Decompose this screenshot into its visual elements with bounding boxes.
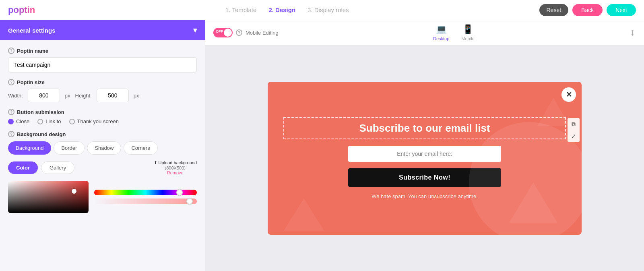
tab-shadow[interactable]: Shadow <box>87 141 121 155</box>
next-button[interactable]: Next <box>607 4 636 16</box>
toggle-knob <box>224 29 232 37</box>
mobile-editing-toggle[interactable]: OFF <box>213 28 233 37</box>
color-button[interactable]: Color <box>8 161 38 174</box>
mobile-editing-area: OFF ? Mobile Editing <box>213 28 279 37</box>
hue-handle[interactable] <box>176 189 183 196</box>
step-indicators: 1. Template 2. Design 3. Display rules <box>225 6 349 13</box>
radio-link-to[interactable]: Link to <box>37 118 61 124</box>
panel-body: ? Poptin name ? Poptin size Width: px He… <box>0 40 205 220</box>
copy-tool[interactable]: ⧉ <box>568 118 580 130</box>
poptin-name-label: ? Poptin name <box>8 48 197 54</box>
mobile-editing-label: Mobile Editing <box>246 30 279 36</box>
radio-empty-linkto <box>37 119 43 124</box>
general-settings-title: General settings <box>8 27 56 34</box>
button-submission-options: Close Link to Thank you screen <box>8 118 197 124</box>
decorative-triangle-1 <box>509 182 557 223</box>
tab-background[interactable]: Background <box>8 141 51 155</box>
popup-container: ✕ Subscribe to our email list ⧉ ⤢ Subscr… <box>268 82 582 235</box>
desktop-icon: 💻 <box>436 24 447 35</box>
color-gradient-box[interactable] <box>8 181 89 213</box>
upload-icon: ⬆ Upload background <box>154 160 197 165</box>
popup-title: Subscribe to our email list <box>292 122 557 134</box>
radio-close[interactable]: Close <box>8 118 29 124</box>
mobile-tab[interactable]: 📱 Mobile <box>461 24 474 41</box>
height-input[interactable] <box>97 89 129 102</box>
mobile-label: Mobile <box>461 36 474 41</box>
height-px: px <box>134 93 139 99</box>
alpha-handle[interactable] <box>186 198 193 205</box>
main-layout: General settings ▾ ? Poptin name ? Popti… <box>0 20 644 271</box>
step-3: 3. Display rules <box>308 6 349 13</box>
tab-border[interactable]: Border <box>54 141 85 155</box>
popup-email-input[interactable] <box>348 146 501 162</box>
help-icon: ? <box>8 48 14 54</box>
popup-title-toolbar: ⧉ ⤢ <box>568 118 580 142</box>
color-picker-area <box>8 181 197 213</box>
right-panel: OFF ? Mobile Editing 💻 Desktop 📱 Mobile … <box>205 20 644 271</box>
width-label: Width: <box>8 93 23 99</box>
chevron-down-icon: ▾ <box>193 26 197 35</box>
alpha-bar[interactable] <box>94 199 197 204</box>
topbar-actions: Reset Back Next <box>539 4 636 16</box>
app-logo: poptin <box>8 5 35 15</box>
color-gallery-row: Color Gallery ⬆ Upload background (800X5… <box>8 160 197 175</box>
poptin-name-input[interactable] <box>8 57 197 72</box>
desktop-label: Desktop <box>433 36 449 41</box>
remove-label[interactable]: Remove <box>167 170 184 175</box>
preview-topbar: OFF ? Mobile Editing 💻 Desktop 📱 Mobile … <box>205 20 644 46</box>
radio-empty-thankyou <box>69 119 75 124</box>
popup-spam-text: We hate spam. You can unsubscribe anytim… <box>372 193 478 199</box>
bg-design-tabs: Background Border Shadow Corners <box>8 141 197 155</box>
radio-thank-you[interactable]: Thank you screen <box>69 118 119 124</box>
help-icon-bg: ? <box>8 131 14 137</box>
step-1: 1. Template <box>225 6 256 13</box>
expand-icon[interactable]: ⤡ <box>627 27 638 39</box>
upload-size: (800X500) <box>165 165 186 170</box>
step-2: 2. Design <box>268 6 295 13</box>
help-icon-btn: ? <box>8 109 14 115</box>
gallery-button[interactable]: Gallery <box>41 161 74 174</box>
tab-corners[interactable]: Corners <box>124 141 157 155</box>
resize-tool[interactable]: ⤢ <box>568 130 580 142</box>
upload-background-button[interactable]: ⬆ Upload background (800X500) Remove <box>154 160 197 175</box>
button-submission-label: ? Button submission <box>8 109 197 115</box>
gradient-handle[interactable] <box>72 189 76 194</box>
help-icon-size: ? <box>8 79 14 85</box>
background-design-label: ? Background design <box>8 131 197 137</box>
desktop-tab[interactable]: 💻 Desktop <box>433 24 449 41</box>
left-panel: General settings ▾ ? Poptin name ? Popti… <box>0 20 205 271</box>
hue-bar[interactable] <box>94 190 197 195</box>
hue-sliders <box>94 181 197 213</box>
preview-area: ✕ Subscribe to our email list ⧉ ⤢ Subscr… <box>205 46 644 271</box>
popup-title-wrapper[interactable]: Subscribe to our email list ⧉ ⤢ <box>283 117 566 139</box>
width-px: px <box>65 93 70 99</box>
decorative-triangle-3 <box>284 199 324 231</box>
toggle-off-label: OFF <box>216 29 223 33</box>
topbar: poptin 1. Template 2. Design 3. Display … <box>0 0 644 20</box>
reset-button[interactable]: Reset <box>539 4 569 16</box>
color-gallery-buttons: Color Gallery <box>8 161 74 174</box>
height-label: Height: <box>75 93 92 99</box>
general-settings-header[interactable]: General settings ▾ <box>0 20 205 40</box>
popup-submit-button[interactable]: Subscribe Now! <box>348 168 501 187</box>
mobile-icon: 📱 <box>462 24 473 35</box>
device-tabs: 💻 Desktop 📱 Mobile <box>433 24 475 41</box>
back-button[interactable]: Back <box>572 4 603 16</box>
poptin-size-label: ? Poptin size <box>8 79 197 85</box>
popup-close-button[interactable]: ✕ <box>561 87 576 102</box>
width-input[interactable] <box>28 89 60 102</box>
radio-dot-close <box>8 119 14 124</box>
help-icon-mobile: ? <box>236 29 242 36</box>
size-row: Width: px Height: px <box>8 89 197 102</box>
